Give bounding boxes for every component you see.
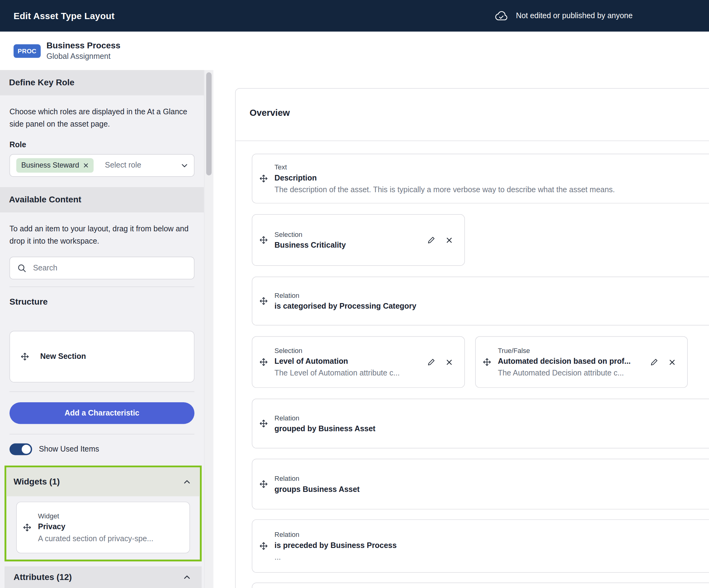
divider <box>9 392 194 392</box>
move-icon[interactable] <box>259 297 268 305</box>
characteristic-type-label: Text <box>274 163 615 171</box>
characteristic-card-groups: Relation groups Business Asset <box>252 459 709 509</box>
move-icon[interactable] <box>259 419 268 428</box>
add-characteristic-button[interactable]: Add a Characteristic <box>9 402 194 424</box>
widget-description: A curated section of privacy-spe... <box>38 534 153 543</box>
characteristic-title: Level of Automation <box>274 357 400 366</box>
characteristic-description: ... <box>274 553 397 562</box>
characteristic-description: The Level of Automation attribute c... <box>274 369 400 378</box>
remove-icon[interactable] <box>446 237 453 243</box>
move-icon[interactable] <box>259 357 268 367</box>
characteristic-type-label: Relation <box>274 291 416 299</box>
edit-icon[interactable] <box>650 358 658 366</box>
overview-section: Overview Text Description The descriptio… <box>235 88 709 588</box>
characteristic-type-label: True/False <box>498 347 631 354</box>
role-placeholder: Select role <box>105 161 141 170</box>
widgets-highlight-box: Widgets (1) Widget Privacy A curated <box>5 466 202 562</box>
widgets-section-header[interactable]: Widgets (1) <box>6 467 200 496</box>
chevron-up-icon[interactable] <box>183 573 191 581</box>
role-chip-label: Business Steward <box>21 161 79 169</box>
search-icon <box>17 264 26 273</box>
search-box[interactable] <box>9 257 194 279</box>
characteristic-description: The Automated Decision attribute c... <box>498 369 631 378</box>
edit-icon[interactable] <box>427 236 436 244</box>
search-input[interactable] <box>32 263 187 273</box>
available-content-description: To add an item to your layout, drag it f… <box>9 223 193 247</box>
characteristic-type-label: Selection <box>274 231 346 238</box>
edit-icon[interactable] <box>427 358 436 366</box>
divider <box>9 434 194 434</box>
divider <box>9 287 194 287</box>
chevron-down-icon[interactable] <box>181 162 188 169</box>
sidebar-scrollbar[interactable] <box>204 70 213 588</box>
widgets-heading: Widgets (1) <box>14 477 60 487</box>
characteristic-title: is preceded by Business Process <box>274 541 397 550</box>
content-area: Define Key Role Choose which roles are d… <box>0 70 709 588</box>
role-select[interactable]: Business Steward Select role <box>9 154 194 177</box>
remove-role-icon[interactable] <box>83 163 89 168</box>
publish-status: Not edited or published by anyone <box>494 0 633 32</box>
characteristic-card-partial <box>252 583 709 588</box>
show-used-items-label: Show Used Items <box>39 445 99 454</box>
overview-section-title: Overview <box>250 107 290 118</box>
show-used-items-row: Show Used Items <box>9 444 99 455</box>
role-chip: Business Steward <box>16 158 94 173</box>
widget-item-privacy[interactable]: Widget Privacy A curated section of priv… <box>16 502 190 553</box>
layout-workspace: Overview Text Description The descriptio… <box>213 70 709 588</box>
edit-asset-type-layout-screen: Edit Asset Type Layout Not edited or pub… <box>0 0 709 588</box>
asset-assignment: Global Assignment <box>47 52 121 61</box>
move-icon[interactable] <box>259 236 268 245</box>
new-section-item[interactable]: New Section <box>9 331 194 382</box>
chevron-up-icon[interactable] <box>183 478 191 486</box>
characteristic-card-automated-decision: True/False Automated decision based on p… <box>475 336 688 388</box>
characteristic-type-label: Selection <box>274 347 400 354</box>
characteristic-title: grouped by Business Asset <box>274 424 376 433</box>
characteristic-type-label: Relation <box>274 414 376 421</box>
characteristic-card-level-of-automation: Selection Level of Automation The Level … <box>252 336 465 388</box>
characteristic-description: The description of the asset. This is ty… <box>274 185 615 194</box>
characteristic-card-grouped-by: Relation grouped by Business Asset <box>252 399 709 448</box>
characteristic-title: Automated decision based on prof... <box>498 357 631 366</box>
role-label: Role <box>9 140 26 150</box>
divider <box>236 140 709 141</box>
publish-status-text: Not edited or published by anyone <box>516 11 633 20</box>
section-header-define-key-role: Define Key Role <box>0 70 204 95</box>
structure-heading: Structure <box>9 297 48 307</box>
characteristic-type-label: Relation <box>274 474 360 482</box>
widget-title: Privacy <box>38 523 153 531</box>
asset-name: Business Process <box>47 41 121 51</box>
characteristic-card-categorised-by: Relation is categorised by Processing Ca… <box>252 276 709 325</box>
widget-type-label: Widget <box>38 512 153 519</box>
asset-meta: Business Process Global Assignment <box>47 41 121 61</box>
cloud-check-icon <box>494 10 508 21</box>
show-used-items-toggle[interactable] <box>9 444 32 455</box>
asset-type-badge: PROC <box>14 44 41 58</box>
asset-subheader: PROC Business Process Global Assignment <box>0 32 709 70</box>
move-icon[interactable] <box>259 480 268 488</box>
move-icon[interactable] <box>259 541 268 551</box>
move-icon[interactable] <box>20 352 29 361</box>
define-key-role-description: Choose which roles are displayed in the … <box>9 106 193 130</box>
page-title: Edit Asset Type Layout <box>14 10 115 21</box>
section-header-available-content: Available Content <box>0 187 204 213</box>
move-icon[interactable] <box>482 357 492 367</box>
top-header: Edit Asset Type Layout Not edited or pub… <box>0 0 709 32</box>
widget-body: Widget Privacy A curated section of priv… <box>38 512 153 543</box>
characteristic-card-business-criticality: Selection Business Criticality <box>252 214 465 266</box>
characteristic-title: groups Business Asset <box>274 485 360 494</box>
remove-icon[interactable] <box>446 358 453 365</box>
characteristic-title: is categorised by Processing Category <box>274 302 416 311</box>
characteristic-title: Description <box>274 173 615 182</box>
attributes-section-header[interactable]: Attributes (12) <box>5 566 202 588</box>
move-icon[interactable] <box>23 523 31 532</box>
characteristic-title: Business Criticality <box>274 241 346 249</box>
sidebar: Define Key Role Choose which roles are d… <box>0 70 204 588</box>
toggle-knob <box>22 445 30 454</box>
characteristic-card-description: Text Description The description of the … <box>252 154 709 203</box>
move-icon[interactable] <box>259 174 268 183</box>
new-section-label: New Section <box>41 352 86 361</box>
remove-icon[interactable] <box>668 358 676 365</box>
attributes-heading: Attributes (12) <box>14 572 72 582</box>
scrollbar-thumb[interactable] <box>206 72 212 176</box>
characteristic-card-preceded-by: Relation is preceded by Business Process… <box>252 519 709 572</box>
